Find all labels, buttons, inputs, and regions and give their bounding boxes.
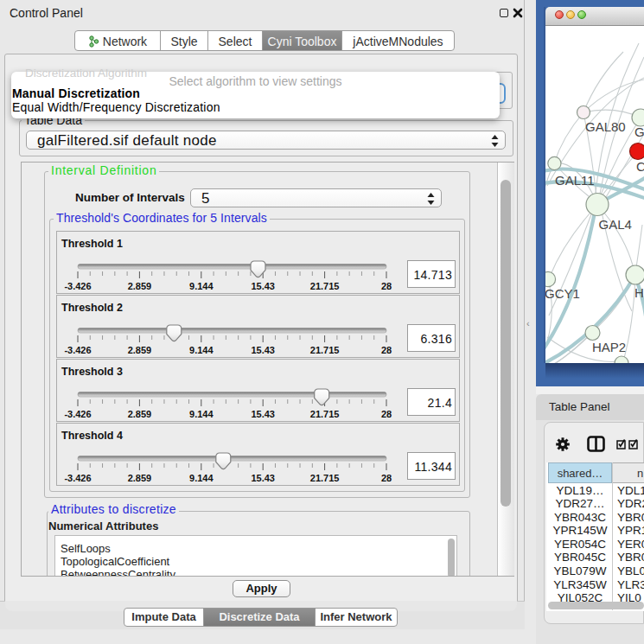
- svg-text:15.43: 15.43: [251, 409, 275, 419]
- svg-text:H: H: [634, 285, 644, 300]
- svg-text:HAP2: HAP2: [592, 340, 626, 354]
- svg-text:GAL4: GAL4: [599, 217, 632, 232]
- svg-text:9.144: 9.144: [189, 345, 214, 355]
- svg-text:Threshold 3: Threshold 3: [61, 366, 123, 378]
- svg-text:-3.426: -3.426: [64, 409, 91, 419]
- svg-text:28: 28: [381, 473, 392, 483]
- svg-text:GAL11: GAL11: [555, 173, 595, 188]
- svg-text:-3.426: -3.426: [64, 345, 91, 355]
- svg-text:6.316: 6.316: [420, 332, 452, 346]
- svg-text:9.144: 9.144: [189, 409, 214, 419]
- svg-text:21.715: 21.715: [310, 281, 340, 291]
- svg-text:Threshold 4: Threshold 4: [61, 430, 123, 442]
- svg-text:Threshold 2: Threshold 2: [61, 302, 123, 314]
- svg-text:15.43: 15.43: [251, 281, 275, 291]
- svg-text:11.344: 11.344: [414, 460, 452, 474]
- svg-text:2.859: 2.859: [128, 345, 152, 355]
- svg-text:28: 28: [381, 409, 392, 419]
- svg-text:C: C: [636, 159, 644, 174]
- svg-text:2.859: 2.859: [128, 409, 152, 419]
- svg-text:9.144: 9.144: [189, 281, 214, 291]
- svg-text:2.859: 2.859: [128, 281, 152, 291]
- svg-text:GCY1: GCY1: [545, 286, 580, 301]
- svg-text:-3.426: -3.426: [64, 473, 91, 483]
- svg-text:28: 28: [381, 345, 392, 355]
- svg-text:9.144: 9.144: [189, 473, 214, 483]
- svg-text:Threshold 1: Threshold 1: [61, 238, 123, 250]
- svg-text:14.713: 14.713: [413, 268, 452, 282]
- svg-text:21.715: 21.715: [310, 473, 340, 483]
- svg-text:15.43: 15.43: [251, 473, 275, 483]
- svg-text:28: 28: [381, 281, 392, 291]
- svg-text:-3.426: -3.426: [64, 281, 91, 291]
- svg-text:GAL80: GAL80: [585, 119, 626, 134]
- svg-text:2.859: 2.859: [128, 473, 152, 483]
- svg-text:GA: GA: [634, 124, 644, 139]
- svg-text:15.43: 15.43: [251, 345, 275, 355]
- svg-text:21.715: 21.715: [310, 409, 340, 419]
- svg-text:21.4: 21.4: [428, 396, 452, 410]
- svg-text:21.715: 21.715: [310, 345, 340, 355]
